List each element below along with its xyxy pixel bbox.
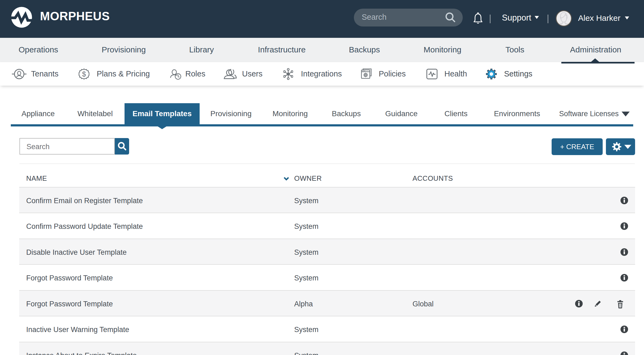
svg-text:$: $ xyxy=(82,70,86,78)
